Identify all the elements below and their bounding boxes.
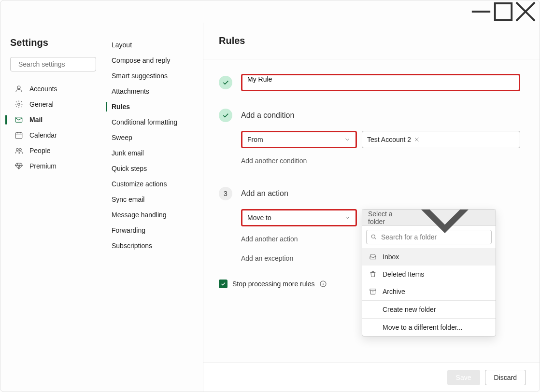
dialog-footer: Save Discard bbox=[203, 363, 540, 392]
folder-option-create-new[interactable]: Create new folder bbox=[362, 301, 496, 318]
svg-point-6 bbox=[16, 149, 19, 151]
folder-select-placeholder: Select a folder bbox=[368, 210, 400, 225]
folder-select-trigger[interactable]: Select a folder bbox=[362, 210, 496, 226]
step3-heading: Add an action bbox=[241, 189, 288, 198]
svg-point-8 bbox=[371, 235, 375, 238]
folder-option-deleted[interactable]: Deleted Items bbox=[362, 266, 496, 283]
step3-badge: 3 bbox=[219, 187, 232, 200]
folder-search-input[interactable] bbox=[381, 233, 487, 241]
rule-name-input[interactable] bbox=[247, 75, 514, 83]
divider bbox=[203, 59, 540, 59]
nav-label: Premium bbox=[29, 162, 57, 170]
folder-option-archive[interactable]: Archive bbox=[362, 283, 496, 300]
subnav-subscriptions[interactable]: Subscriptions bbox=[106, 238, 199, 253]
stop-processing-label: Stop processing more rules bbox=[232, 280, 314, 288]
diamond-icon bbox=[14, 161, 24, 171]
step1-badge bbox=[219, 76, 232, 89]
stop-processing-checkbox[interactable] bbox=[219, 280, 227, 288]
window-close-button[interactable] bbox=[514, 4, 537, 19]
rule-name-field-wrapper bbox=[241, 74, 520, 91]
settings-sidebar: Settings Accounts General Mail Calendar … bbox=[0, 23, 102, 392]
subnav-message-handling[interactable]: Message handling bbox=[106, 207, 199, 223]
folder-select-dropdown: Select a folder Inbox bbox=[362, 209, 496, 336]
folder-option-label: Deleted Items bbox=[383, 270, 424, 278]
nav-calendar[interactable]: Calendar bbox=[10, 127, 96, 143]
action-type-dropdown[interactable]: Move to bbox=[241, 209, 357, 226]
remove-token-icon[interactable] bbox=[414, 137, 420, 142]
check-icon bbox=[222, 112, 229, 119]
action-type-value: Move to bbox=[247, 214, 271, 222]
check-icon bbox=[220, 281, 226, 287]
window-minimize-button[interactable] bbox=[470, 4, 492, 19]
nav-label: People bbox=[29, 147, 51, 154]
subnav-sweep[interactable]: Sweep bbox=[106, 130, 199, 145]
person-icon bbox=[14, 84, 24, 94]
svg-point-3 bbox=[18, 103, 20, 106]
nav-premium[interactable]: Premium bbox=[10, 158, 96, 174]
save-button: Save bbox=[447, 370, 480, 385]
add-condition-link[interactable]: Add another condition bbox=[241, 154, 520, 168]
subnav-attachments[interactable]: Attachments bbox=[106, 84, 199, 99]
gear-icon bbox=[14, 99, 24, 109]
main-panel: Rules Add a condition bbox=[203, 23, 540, 392]
info-icon[interactable] bbox=[319, 280, 327, 288]
settings-title: Settings bbox=[10, 37, 96, 48]
nav-label: Mail bbox=[29, 116, 43, 124]
subnav-forwarding[interactable]: Forwarding bbox=[106, 223, 199, 238]
subnav-layout[interactable]: Layout bbox=[106, 37, 199, 53]
window-titlebar bbox=[0, 0, 540, 23]
calendar-icon bbox=[14, 130, 24, 140]
nav-label: Accounts bbox=[29, 85, 57, 93]
svg-point-2 bbox=[17, 86, 20, 89]
condition-type-value: From bbox=[247, 136, 263, 143]
archive-icon bbox=[369, 288, 377, 295]
folder-option-label: Move to a different folder... bbox=[383, 323, 463, 331]
settings-search-input[interactable] bbox=[18, 60, 103, 68]
svg-rect-0 bbox=[495, 3, 512, 20]
nav-label: General bbox=[29, 100, 54, 108]
condition-value-field[interactable]: Test Account 2 bbox=[362, 131, 520, 148]
step2-heading: Add a condition bbox=[241, 111, 294, 120]
subnav-customize-actions[interactable]: Customize actions bbox=[106, 176, 199, 192]
page-title: Rules bbox=[219, 35, 520, 46]
search-icon bbox=[370, 234, 377, 240]
nav-general[interactable]: General bbox=[10, 97, 96, 112]
chevron-down-icon bbox=[344, 136, 351, 143]
window-maximize-button[interactable] bbox=[492, 4, 514, 19]
nav-people[interactable]: People bbox=[10, 143, 96, 158]
subnav-compose[interactable]: Compose and reply bbox=[106, 53, 199, 68]
check-icon bbox=[222, 79, 229, 86]
folder-option-label: Inbox bbox=[383, 253, 399, 261]
settings-search[interactable] bbox=[10, 57, 96, 71]
folder-option-label: Archive bbox=[383, 288, 405, 295]
condition-type-dropdown[interactable]: From bbox=[241, 131, 357, 148]
subnav-rules[interactable]: Rules bbox=[106, 99, 199, 114]
subnav-junk-email[interactable]: Junk email bbox=[106, 145, 199, 161]
svg-rect-9 bbox=[370, 289, 376, 291]
token-label: Test Account 2 bbox=[367, 136, 411, 143]
subnav-conditional-formatting[interactable]: Conditional formatting bbox=[106, 114, 199, 130]
svg-point-7 bbox=[19, 149, 22, 151]
mail-subnav: Layout Compose and reply Smart suggestio… bbox=[102, 23, 203, 392]
nav-label: Calendar bbox=[29, 131, 57, 139]
discard-button[interactable]: Discard bbox=[485, 370, 526, 385]
nav-accounts[interactable]: Accounts bbox=[10, 81, 96, 97]
mail-icon bbox=[14, 115, 24, 125]
folder-option-label: Create new folder bbox=[383, 306, 436, 313]
chevron-down-icon bbox=[344, 214, 351, 221]
inbox-icon bbox=[369, 253, 377, 261]
subnav-quick-steps[interactable]: Quick steps bbox=[106, 161, 199, 176]
step2-badge bbox=[219, 109, 232, 122]
nav-mail[interactable]: Mail bbox=[10, 112, 96, 127]
subnav-sync-email[interactable]: Sync email bbox=[106, 192, 199, 207]
svg-rect-5 bbox=[15, 133, 22, 139]
trash-icon bbox=[369, 270, 377, 278]
subnav-smart-suggestions[interactable]: Smart suggestions bbox=[106, 68, 199, 84]
people-icon bbox=[14, 146, 24, 155]
folder-option-move-different[interactable]: Move to a different folder... bbox=[362, 319, 496, 336]
svg-rect-4 bbox=[15, 117, 22, 123]
recipient-token: Test Account 2 bbox=[365, 135, 422, 144]
